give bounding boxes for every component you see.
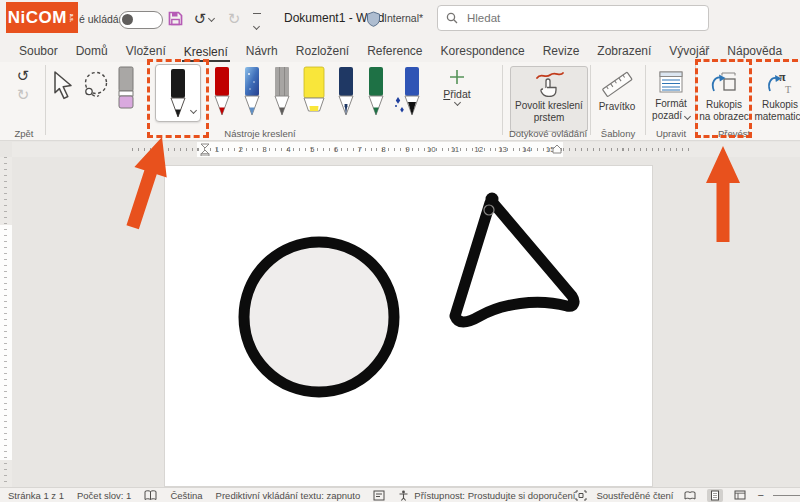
ruler-number: 11 [451,145,459,154]
toggle-knob [122,14,133,25]
sensitivity-shield-icon [363,9,383,29]
read-mode-button[interactable] [682,489,698,502]
ink-triangle [455,203,574,322]
tab-navrh[interactable]: Návrh [244,44,280,62]
group-label-dotykove: Dotykové ovládání [504,128,592,139]
document-canvas [12,157,800,487]
search-input[interactable] [465,11,669,25]
right-indent-marker[interactable] [552,144,562,155]
vertical-ruler[interactable] [0,157,12,487]
lasso-icon [80,70,110,102]
group-separator [590,65,591,135]
tab-rozlozeni[interactable]: Rozložení [294,44,351,62]
tab-zobrazeni[interactable]: Zobrazení [595,44,653,62]
galaxy-pen[interactable] [238,66,266,122]
proofing-book-icon[interactable] [144,490,157,501]
web-layout-button[interactable] [732,489,748,502]
eraser-tool[interactable] [112,66,140,122]
ruler-number: 9 [405,145,409,154]
add-pen-button[interactable]: Přidat [436,66,478,105]
add-label: řidat [450,88,470,100]
format-background-button[interactable]: Formátpozadí [647,66,695,132]
tab-korespondence[interactable]: Korespondence [439,44,527,62]
ribbon-undo-button[interactable]: ↺ [17,68,30,83]
plus-icon [448,68,466,86]
group-label-upravit: Upravit [646,128,696,139]
page-count[interactable]: Stránka 1 z 1 [8,490,64,501]
logo-text: NiCOM [8,8,67,28]
ruler-number: 14 [522,145,531,154]
green-pen[interactable] [362,66,390,122]
ink-to-math-button[interactable]: π T Rukopismatematick [753,66,800,132]
yellow-highlighter[interactable] [298,66,330,122]
select-tool[interactable] [48,66,78,122]
format-bg-label-2: pozadí [652,110,682,121]
group-label-sablony: Šablony [592,128,644,139]
focus-mode-label[interactable]: Soustředěné čtení [596,490,673,501]
black-pen-selected[interactable] [155,64,201,122]
tab-vlozeni[interactable]: Vložení [124,44,168,62]
zoom-out-button[interactable]: − [757,489,763,501]
accessibility-status[interactable]: Přístupnost: Prostudujte si doporučení [414,490,575,501]
group-label-zpet: Zpět [0,128,48,139]
sparkle-pen[interactable] [392,66,426,122]
indent-markers[interactable] [200,143,210,156]
enable-finger-drawing-button[interactable]: Povolit kresleníprstem [510,66,588,132]
ruler-number: 13 [498,145,507,154]
pencil[interactable] [268,66,296,122]
tab-vyvojar[interactable]: Vývojář [667,44,711,62]
ruler-number: 2 [239,145,243,154]
ruler-number: 6 [334,145,338,154]
finger-drawing-label-1: Povolit kreslení [515,100,583,111]
ruler-number: 3 [262,145,266,154]
document-page[interactable] [164,165,653,487]
red-pen[interactable] [208,66,236,122]
format-bg-dropdown-icon [684,112,691,119]
predictive-text-status[interactable]: Prediktivní vkládání textu: zapnuto [216,490,361,501]
status-bar: Stránka 1 z 1 Počet slov: 1 Čeština Pred… [0,487,800,502]
search-box[interactable] [437,5,709,31]
tab-kresleni[interactable]: Kreslení [182,45,230,63]
ruler-number: 5 [310,145,314,154]
navy-pen[interactable] [332,66,360,122]
ruler-number: 4 [286,145,290,154]
group-separator [45,65,46,135]
tab-napoveda[interactable]: Nápověda [725,44,784,62]
tab-domu[interactable]: Domů [74,44,110,62]
group-separator [645,65,646,135]
format-bg-label-1: Formát [655,98,687,109]
focus-mode-icon[interactable] [575,490,587,501]
print-layout-button[interactable] [707,489,723,502]
language-indicator[interactable]: Čeština [170,490,202,501]
horizontal-ruler[interactable]: 123456789101112131415 [12,142,800,157]
redo-button[interactable]: ↻ [224,8,244,28]
group-separator [502,65,503,135]
finger-drawing-label-2: prstem [534,112,565,123]
svg-text:π: π [779,70,786,84]
eraser-icon [113,66,139,114]
word-count[interactable]: Počet slov: 1 [77,490,131,501]
ruler-number: 10 [427,145,436,154]
ribbon-tabs: Soubor Domů Vložení Kreslení Návrh Rozlo… [0,38,800,62]
predictive-icon[interactable] [373,490,385,501]
autosave-toggle[interactable] [119,11,163,29]
ruler-button[interactable]: Pravítko [592,66,642,132]
nicom-logo: NiCOMa.s. [6,2,78,33]
tab-reference[interactable]: Reference [365,44,424,62]
lasso-select-tool[interactable] [80,66,110,122]
tab-revize[interactable]: Revize [541,44,582,62]
save-icon[interactable] [165,8,185,28]
customize-toolbar-icon[interactable] [252,13,261,33]
ribbon-redo-button[interactable]: ↻ [17,87,30,102]
tab-soubor[interactable]: Soubor [17,44,60,62]
zoom-slider[interactable] [773,491,800,500]
accessibility-icon[interactable] [398,490,409,501]
ruler-label: Pravítko [599,101,636,113]
ink-shape-label-2: na obrazec [699,111,748,122]
ink-to-shape-button[interactable]: Rukopisna obrazec [699,66,749,132]
select-arrow-icon [50,70,76,102]
ink-to-math-icon: π T [765,70,795,96]
word-application-window: NiCOMa.s. é ukládání ↺ ↻ Dokument1 - Wor… [0,0,800,502]
undo-button[interactable]: ↺ [191,8,217,28]
ink-to-shape-icon [709,70,739,96]
